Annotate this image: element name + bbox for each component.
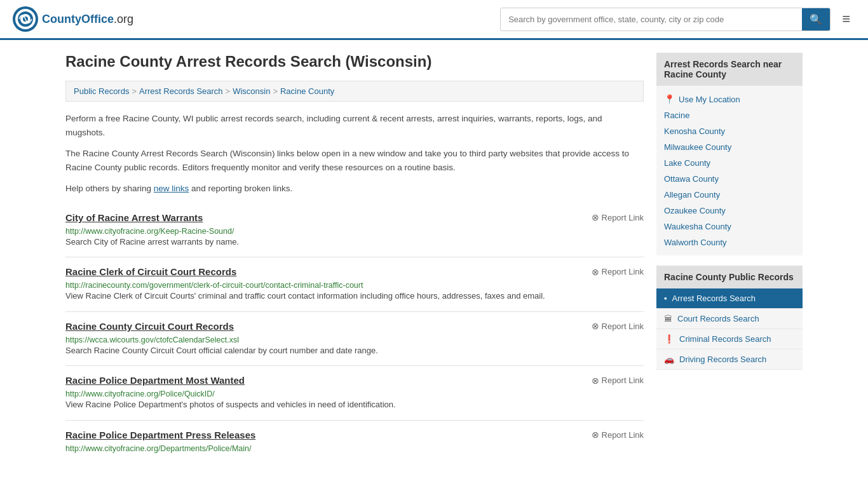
description-1: Perform a free Racine County, WI public …: [65, 112, 644, 139]
site-header: CountyOffice.org 🔍 ≡: [0, 0, 868, 40]
report-link[interactable]: ⊗ Report Link: [592, 212, 644, 222]
nearby-link[interactable]: Kenosha County: [664, 123, 795, 139]
record-title[interactable]: Racine Police Department Most Wanted: [65, 375, 245, 386]
nearby-link[interactable]: Lake County: [664, 155, 795, 171]
report-icon: ⊗: [592, 321, 599, 331]
main-container: Racine County Arrest Records Search (Wis…: [53, 40, 815, 475]
record-desc: View Racine Police Department's photos o…: [65, 398, 644, 411]
report-link-label: Report Link: [602, 430, 644, 440]
pr-item-label: Court Records Search: [677, 314, 759, 323]
report-icon: ⊗: [592, 376, 599, 386]
report-link-label: Report Link: [602, 267, 644, 276]
report-link[interactable]: ⊗ Report Link: [592, 321, 644, 331]
record-header: Racine Clerk of Circuit Court Records ⊗ …: [65, 266, 644, 277]
pr-item-label: Arrest Records Search: [672, 294, 756, 303]
location-icon: 📍: [664, 94, 675, 104]
record-entry: Racine Police Department Most Wanted ⊗ R…: [65, 365, 644, 420]
breadcrumb-sep-3: >: [273, 86, 278, 96]
report-link-label: Report Link: [602, 213, 644, 222]
record-header: Racine County Circuit Court Records ⊗ Re…: [65, 321, 644, 332]
sidebar-pr-item[interactable]: 🚗Driving Records Search: [656, 349, 803, 370]
record-title[interactable]: City of Racine Arrest Warrants: [65, 212, 203, 223]
nearby-link[interactable]: Waukesha County: [664, 219, 795, 234]
logo-icon: [13, 6, 38, 32]
report-link[interactable]: ⊗ Report Link: [592, 267, 644, 277]
pr-item-label: Criminal Records Search: [679, 334, 771, 344]
records-list: City of Racine Arrest Warrants ⊗ Report …: [65, 203, 644, 462]
sidebar: Arrest Records Search near Racine County…: [656, 53, 803, 462]
sidebar-pr-item[interactable]: ▪Arrest Records Search: [656, 288, 803, 309]
nearby-link[interactable]: Milwaukee County: [664, 139, 795, 155]
sidebar-nearby-body: 📍 Use My Location RacineKenosha CountyMi…: [656, 86, 803, 255]
report-link-label: Report Link: [602, 322, 644, 331]
breadcrumb: Public Records > Arrest Records Search >…: [65, 81, 644, 102]
record-url[interactable]: http://www.cityofracine.org/Keep-Racine-…: [65, 227, 234, 236]
sidebar-pr-item[interactable]: 🏛Court Records Search: [656, 309, 803, 329]
page-title: Racine County Arrest Records Search (Wis…: [65, 53, 644, 71]
use-my-location[interactable]: 📍 Use My Location: [664, 91, 795, 107]
desc3-post: and reporting broken links.: [189, 184, 292, 193]
desc3-pre: Help others by sharing: [65, 184, 154, 193]
search-bar: 🔍: [500, 8, 831, 31]
breadcrumb-wisconsin[interactable]: Wisconsin: [233, 86, 270, 96]
report-link-label: Report Link: [602, 376, 644, 385]
search-input[interactable]: [501, 10, 802, 29]
header-right: 🔍 ≡: [500, 8, 855, 31]
record-url[interactable]: http://www.cityofracine.org/Departments/…: [65, 444, 251, 453]
logo-area: CountyOffice.org: [13, 6, 133, 32]
breadcrumb-public-records[interactable]: Public Records: [74, 86, 129, 96]
record-desc: Search City of Racine arrest warrants by…: [65, 236, 644, 248]
sidebar-nearby-title: Arrest Records Search near Racine County: [656, 53, 803, 86]
record-url[interactable]: https://wcca.wicourts.gov/ctofcCalendarS…: [65, 336, 239, 344]
sidebar-pr-item[interactable]: ❗Criminal Records Search: [656, 329, 803, 349]
nearby-link[interactable]: Ottawa County: [664, 171, 795, 187]
nearby-link[interactable]: Racine: [664, 107, 795, 123]
report-link[interactable]: ⊗ Report Link: [592, 430, 644, 440]
record-title[interactable]: Racine County Circuit Court Records: [65, 321, 234, 332]
breadcrumb-racine-county[interactable]: Racine County: [280, 86, 334, 96]
pr-item-icon: 🚗: [664, 355, 674, 364]
report-link[interactable]: ⊗ Report Link: [592, 376, 644, 386]
record-header: City of Racine Arrest Warrants ⊗ Report …: [65, 212, 644, 223]
breadcrumb-arrest-records[interactable]: Arrest Records Search: [139, 86, 223, 96]
logo-text: CountyOffice.org: [42, 13, 133, 26]
record-entry: Racine County Circuit Court Records ⊗ Re…: [65, 311, 644, 366]
record-header: Racine Police Department Most Wanted ⊗ R…: [65, 375, 644, 386]
description-3: Help others by sharing new links and rep…: [65, 182, 644, 196]
record-title[interactable]: Racine Clerk of Circuit Court Records: [65, 266, 236, 277]
pr-item-icon: 🏛: [664, 314, 672, 323]
report-icon: ⊗: [592, 267, 599, 277]
sidebar-public-records-section: Racine County Public Records ▪Arrest Rec…: [656, 266, 803, 370]
use-my-location-label: Use My Location: [679, 95, 740, 104]
sidebar-pr-title: Racine County Public Records: [656, 266, 803, 288]
breadcrumb-sep-1: >: [132, 86, 137, 96]
record-desc: View Racine Clerk of Circuit Courts' cri…: [65, 290, 644, 302]
sidebar-nearby-section: Arrest Records Search near Racine County…: [656, 53, 803, 255]
record-header: Racine Police Department Press Releases …: [65, 430, 644, 440]
report-icon: ⊗: [592, 430, 599, 440]
pr-item-label: Driving Records Search: [679, 355, 766, 364]
pr-items-list: ▪Arrest Records Search🏛Court Records Sea…: [656, 288, 803, 370]
pr-item-icon: ▪: [664, 294, 667, 303]
record-url[interactable]: http://racinecounty.com/government/clerk…: [65, 281, 363, 290]
new-links[interactable]: new links: [154, 184, 189, 193]
hamburger-menu[interactable]: ≡: [837, 8, 855, 30]
content-area: Racine County Arrest Records Search (Wis…: [65, 53, 644, 462]
record-entry: City of Racine Arrest Warrants ⊗ Report …: [65, 203, 644, 257]
record-entry: Racine Clerk of Circuit Court Records ⊗ …: [65, 257, 644, 311]
nearby-link[interactable]: Allegan County: [664, 187, 795, 203]
description-2: The Racine County Arrest Records Search …: [65, 147, 644, 174]
pr-item-icon: ❗: [664, 334, 674, 344]
nearby-link[interactable]: Ozaukee County: [664, 203, 795, 219]
nearby-links-list: RacineKenosha CountyMilwaukee CountyLake…: [664, 107, 795, 250]
record-url[interactable]: http://www.cityofracine.org/Police/Quick…: [65, 390, 215, 398]
record-desc: Search Racine County Circuit Court offic…: [65, 344, 644, 357]
nearby-link[interactable]: Walworth County: [664, 234, 795, 250]
record-entry: Racine Police Department Press Releases …: [65, 420, 644, 462]
breadcrumb-sep-2: >: [226, 86, 231, 96]
record-title[interactable]: Racine Police Department Press Releases: [65, 430, 255, 440]
report-icon: ⊗: [592, 212, 599, 222]
search-button[interactable]: 🔍: [802, 8, 830, 30]
